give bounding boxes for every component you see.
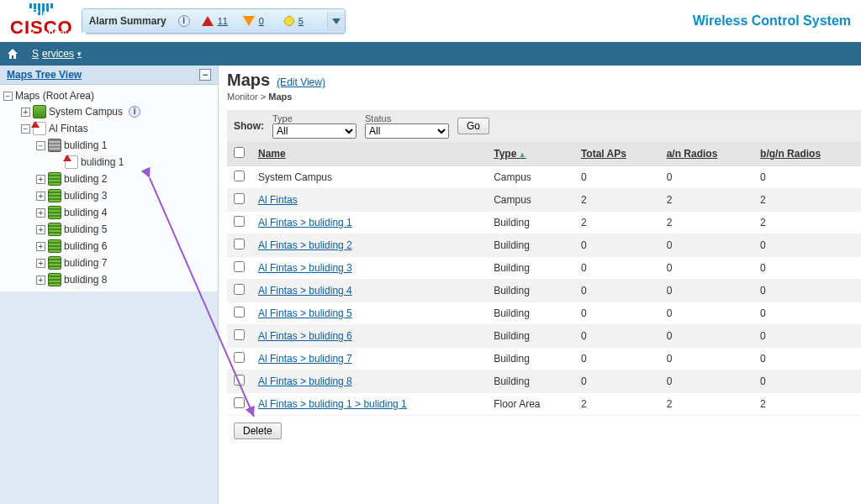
tree-node-label: buliding 3 [64,190,107,202]
row-checkbox[interactable] [234,375,245,386]
expand-toggle-icon[interactable]: + [36,225,45,234]
edit-view-link[interactable]: (Edit View) [277,76,325,88]
tree-node[interactable]: +System Campusi [3,103,214,120]
nav-item-configure[interactable]: Configure ▾ [24,24,115,44]
cell-an: 0 [660,234,753,257]
map-link[interactable]: Al Fintas > buliding 3 [258,262,352,274]
alarm-critical[interactable]: 11 [202,16,231,26]
tree-root-node[interactable]: − Maps (Root Area) [3,88,214,103]
cell-bgn: 2 [753,212,861,234]
map-link[interactable]: Al Fintas [258,194,298,206]
tree-node[interactable]: −buliding 1 [3,137,214,154]
col-header-total-aps[interactable]: Total APs [574,142,660,166]
cell-bgn: 0 [753,257,861,280]
row-checkbox[interactable] [234,216,245,227]
go-button[interactable]: Go [457,118,489,134]
type-filter-select[interactable]: All [272,123,357,139]
page-title: Maps [227,71,270,90]
breadcrumb: Monitor > Maps [227,92,861,102]
tree-node[interactable]: buliding 1 [3,154,214,171]
map-link[interactable]: Al Fintas > buliding 1 > buliding 1 [258,398,407,410]
alarm-major[interactable]: 0 [243,16,272,26]
col-header-type[interactable]: Type ▲ [487,142,574,166]
map-link[interactable]: Al Fintas > buliding 8 [258,375,352,387]
cell-bgn: 2 [753,393,861,416]
row-checkbox[interactable] [234,239,245,249]
tree-node-label: buliding 2 [64,173,107,185]
cell-type: Building [487,302,574,325]
col-header-b-g-n-radios[interactable]: b/g/n Radios [753,142,861,166]
expand-toggle-icon[interactable]: − [3,92,13,101]
home-icon[interactable] [5,46,20,61]
select-all-checkbox[interactable] [234,147,245,158]
show-label: Show: [234,120,264,132]
tree-title-link[interactable]: Maps Tree View [7,69,82,81]
map-link[interactable]: Al Fintas > buliding 1 [258,217,352,228]
expand-toggle-icon[interactable]: + [36,259,45,268]
floor-g-icon [48,273,61,286]
row-checkbox[interactable] [234,193,245,204]
alarm-summary-bar[interactable]: Alarm Summary i 11 0 5 [82,8,346,34]
table-row: System CampusCampus000 [227,166,861,189]
cell-an: 0 [660,325,753,348]
tree-node[interactable]: +buliding 7 [3,255,214,271]
row-checkbox[interactable] [234,261,245,272]
expand-toggle-icon[interactable]: + [36,175,45,184]
tree-node[interactable]: +buliding 4 [3,204,214,221]
row-checkbox[interactable] [234,307,245,318]
cell-name: Al Fintas > buliding 8 [251,370,487,393]
expand-toggle-icon[interactable]: + [36,276,45,285]
alarm-minor[interactable]: 5 [284,16,312,26]
cell-an: 2 [660,212,753,234]
row-checkbox[interactable] [234,171,245,181]
expand-toggle-icon[interactable]: + [36,242,45,251]
tree-node[interactable]: +buliding 3 [3,187,214,204]
tree-node[interactable]: −Al Fintas [3,120,214,137]
chevron-down-icon [332,18,341,24]
map-link[interactable]: Al Fintas > buliding 4 [258,285,352,297]
row-checkbox[interactable] [234,329,245,340]
main-content: Maps (Edit View) Monitor > Maps Show: Ty… [219,66,861,504]
tree-node[interactable]: +buliding 2 [3,171,214,187]
table-row: Al Fintas > buliding 1 > buliding 1Floor… [227,393,861,416]
nav-item-reports[interactable]: Reports ▾ [24,3,115,24]
collapse-sidebar-button[interactable]: − [199,69,211,81]
cell-aps: 0 [574,325,660,348]
row-checkbox[interactable] [234,352,245,363]
map-link[interactable]: Al Fintas > buliding 7 [258,353,352,365]
map-link[interactable]: Al Fintas > buliding 2 [258,239,352,251]
cell-aps: 0 [574,348,660,370]
nav-item-services[interactable]: Services ▾ [24,44,115,64]
cell-type: Campus [487,166,574,189]
col-header-a-n-radios[interactable]: a/n Radios [660,142,753,166]
expand-toggle-icon[interactable]: + [21,108,30,117]
delete-button[interactable]: Delete [234,423,282,439]
expand-toggle-icon[interactable]: − [21,124,30,134]
cell-name: Al Fintas > buliding 3 [251,257,487,280]
map-link[interactable]: Al Fintas > buliding 6 [258,330,352,342]
tree-node[interactable]: +buliding 8 [3,271,214,288]
table-row: Al Fintas > buliding 1Building222 [227,212,861,234]
info-icon[interactable]: i [178,15,190,27]
cell-aps: 0 [574,280,660,302]
cell-an: 0 [660,302,753,325]
row-checkbox[interactable] [234,284,245,295]
cell-name: Al Fintas > buliding 7 [251,348,487,370]
row-checkbox[interactable] [234,397,245,408]
tree-node[interactable]: +buliding 6 [3,238,214,255]
map-link[interactable]: Al Fintas > buliding 5 [258,307,352,319]
status-filter-select[interactable]: All [365,123,449,139]
cell-type: Building [487,325,574,348]
cell-type: Building [487,370,574,393]
cell-bgn: 0 [753,325,861,348]
col-header-name[interactable]: Name [251,142,487,166]
info-icon[interactable]: i [129,106,140,118]
alarm-expand-button[interactable] [327,12,345,30]
expand-toggle-icon[interactable]: − [36,141,45,150]
expand-toggle-icon[interactable]: + [36,208,45,218]
cell-type: Campus [487,189,574,212]
expand-toggle-icon[interactable]: + [36,192,45,201]
tree-node[interactable]: +buliding 5 [3,221,214,238]
tree-node-label: buliding 7 [64,257,107,269]
cell-an: 0 [660,257,753,280]
